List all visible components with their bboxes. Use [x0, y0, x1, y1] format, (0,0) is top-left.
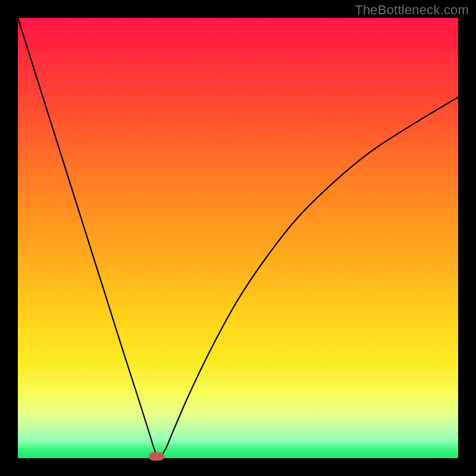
watermark-text: TheBottleneck.com — [355, 2, 469, 18]
plot-area — [18, 18, 458, 458]
optimum-marker — [149, 452, 164, 461]
curve-svg — [18, 18, 458, 458]
chart-frame: TheBottleneck.com — [0, 0, 476, 476]
bottleneck-curve — [18, 18, 458, 458]
